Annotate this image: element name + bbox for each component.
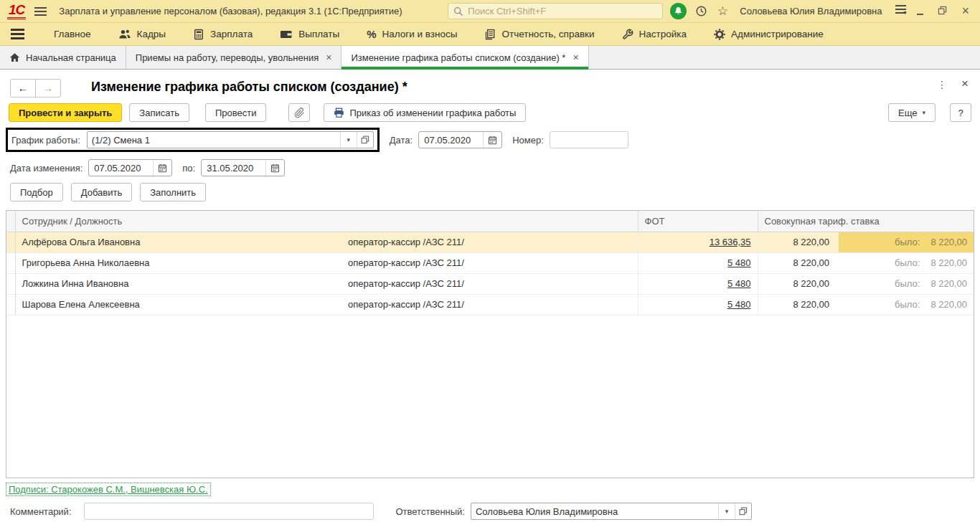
fot-link[interactable]: 13 636,35 <box>710 237 751 247</box>
gear-icon <box>714 29 725 40</box>
open-button[interactable] <box>735 503 751 519</box>
schedule-field-group: График работы: ▾ <box>6 128 380 152</box>
tab-label: Приемы на работу, переводы, увольнения <box>136 52 319 63</box>
calendar-button[interactable] <box>483 132 501 148</box>
employee-position: оператор-кассир /АЗС 211/ <box>341 294 638 315</box>
service-menu-icon <box>895 9 906 10</box>
main-menu-button[interactable] <box>33 3 47 20</box>
tab-schedule-change[interactable]: Изменение графика работы списком (создан… <box>341 46 588 69</box>
add-button[interactable]: Добавить <box>71 183 132 201</box>
date-field[interactable] <box>418 131 502 148</box>
paperclip-icon <box>294 108 305 118</box>
tab-home[interactable]: Начальная страница <box>0 46 126 69</box>
report-icon <box>484 29 496 40</box>
table-row[interactable]: Григорьева Анна Николаевна оператор-касс… <box>6 252 974 273</box>
schedule-input[interactable] <box>88 135 340 146</box>
save-button[interactable]: Записать <box>129 103 189 122</box>
menu-item-main[interactable]: Главное <box>40 23 105 46</box>
forward-button[interactable]: → <box>35 79 61 98</box>
calendar-button[interactable] <box>265 160 284 176</box>
responsible-input[interactable] <box>471 506 718 517</box>
restore-button[interactable] <box>934 5 951 17</box>
fot-column-header: ФОТ <box>638 211 758 232</box>
menu-item-payments[interactable]: Выплаты <box>266 23 353 46</box>
table-row[interactable]: Шарова Елена Алексеевна оператор-кассир … <box>6 294 974 315</box>
date-input[interactable] <box>419 135 483 146</box>
calendar-icon <box>270 163 280 173</box>
tabbar: Начальная страница Приемы на работу, пер… <box>0 46 980 70</box>
pick-button[interactable]: Подбор <box>10 183 63 201</box>
dropdown-button[interactable]: ▾ <box>718 503 735 519</box>
employee-name: Алфёрова Ольга Ивановна <box>15 232 341 252</box>
sections-panel-button[interactable] <box>10 26 24 43</box>
comment-label: Комментарий: <box>10 506 72 517</box>
schedule-combo[interactable]: ▾ <box>87 131 374 148</box>
rate-column-header: Совокупная тариф. ставка <box>758 211 974 232</box>
form-header: ← → Изменение графика работы списком (со… <box>0 70 980 100</box>
calendar-button[interactable] <box>153 160 171 176</box>
back-button[interactable]: ← <box>10 79 36 98</box>
people-icon <box>118 29 131 40</box>
menu-item-taxes[interactable]: % Налоги и взносы <box>353 23 471 46</box>
current-user[interactable]: Соловьева Юлия Владимировна <box>740 6 882 16</box>
table-row[interactable]: Алфёрова Ольга Ивановна оператор-кассир … <box>6 232 974 252</box>
change-date-to-field[interactable] <box>201 159 285 176</box>
wrench-icon <box>622 29 633 40</box>
favorites-button[interactable]: ☆ <box>715 3 730 20</box>
wallet-icon <box>280 29 293 39</box>
window-options-icon[interactable]: ⋮ <box>937 79 947 90</box>
help-button[interactable]: ? <box>950 103 971 122</box>
dropdown-button[interactable]: ▾ <box>340 132 357 148</box>
menu-item-administration[interactable]: Администрирование <box>700 23 837 46</box>
change-date-from-field[interactable] <box>88 159 172 176</box>
fot-link[interactable]: 5 480 <box>727 278 751 289</box>
comment-input[interactable] <box>84 503 374 520</box>
close-tab-icon[interactable]: × <box>573 52 578 63</box>
menu-item-hr[interactable]: Кадры <box>105 23 179 46</box>
post-and-close-button[interactable]: Провести и закрыть <box>9 103 122 122</box>
close-window-button[interactable]: × <box>958 4 973 19</box>
open-icon <box>739 507 748 516</box>
tab-label: Начальная страница <box>26 52 116 63</box>
employees-grid: Сотрудник / Должность ФОТ Совокупная тар… <box>6 210 974 478</box>
post-button[interactable]: Провести <box>205 103 267 122</box>
fill-button[interactable]: Заполнить <box>140 183 206 201</box>
change-date-to-input[interactable] <box>202 163 265 174</box>
notifications-button[interactable] <box>670 3 687 19</box>
fot-link[interactable]: 5 480 <box>727 299 751 310</box>
fot-link[interactable]: 5 480 <box>727 257 751 268</box>
hamburger-icon <box>34 11 47 12</box>
number-input[interactable] <box>550 131 628 148</box>
employee-position: оператор-кассир /АЗС 211/ <box>341 232 638 252</box>
window-title: Зарплата и управление персоналом (базова… <box>59 6 402 16</box>
close-form-icon[interactable]: × <box>961 79 969 89</box>
calculator-icon <box>193 29 204 40</box>
service-menu-button[interactable]: ▾ <box>892 3 906 20</box>
minimize-button[interactable] <box>913 5 927 17</box>
more-button[interactable]: Еще ▾ <box>888 103 936 122</box>
signatures-link[interactable]: Подписи: Старокожев С.М., Вишневская Ю.С… <box>6 483 211 496</box>
menu-item-salary[interactable]: Зарплата <box>179 23 266 46</box>
menu-item-reports[interactable]: Отчетность, справки <box>471 23 608 46</box>
document-form: ← → Изменение графика работы списком (со… <box>0 70 980 522</box>
search-input[interactable] <box>468 6 657 16</box>
open-button[interactable] <box>357 132 373 148</box>
global-search[interactable] <box>448 3 663 19</box>
employee-column-header: Сотрудник / Должность <box>15 211 638 232</box>
table-row[interactable]: Ложкина Инна Ивановна оператор-кассир /А… <box>6 273 974 294</box>
history-button[interactable] <box>694 3 708 20</box>
header-fields-row: График работы: ▾ Дата: <box>6 128 980 152</box>
printer-icon <box>334 108 344 118</box>
calendar-icon <box>488 136 497 145</box>
tab-hiring-transfers[interactable]: Приемы на работу, переводы, увольнения × <box>126 46 342 69</box>
attachments-button[interactable] <box>288 103 310 122</box>
rate-value: 8 220,00 <box>758 252 839 273</box>
menu-item-settings[interactable]: Настройка <box>608 23 700 46</box>
responsible-combo[interactable]: ▾ <box>471 503 752 520</box>
print-order-button[interactable]: Приказ об изменении графика работы <box>324 103 526 122</box>
change-date-from-input[interactable] <box>89 163 153 174</box>
change-date-row: Дата изменения: по: <box>10 159 980 176</box>
search-icon <box>453 6 463 16</box>
employee-name: Григорьева Анна Николаевна <box>15 252 341 273</box>
close-tab-icon[interactable]: × <box>326 52 331 63</box>
